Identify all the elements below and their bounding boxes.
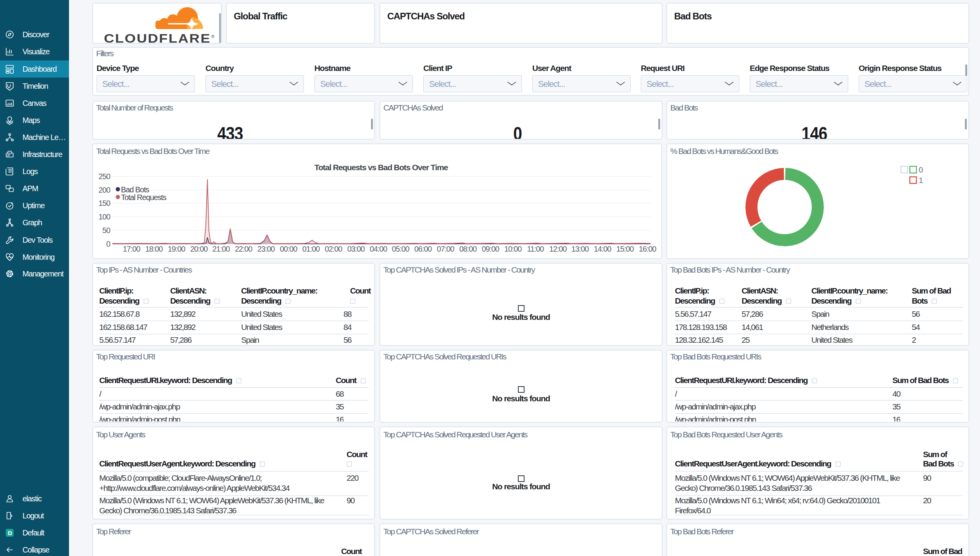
svg-text:Total Requests: Total Requests: [121, 193, 167, 202]
svg-text:150: 150: [98, 199, 110, 207]
svg-text:®: ®: [211, 34, 214, 39]
svg-text:Bad Bots: Bad Bots: [121, 185, 149, 194]
svg-text:100: 100: [98, 212, 110, 221]
svg-text:250: 250: [98, 172, 110, 181]
svg-text:D: D: [8, 530, 12, 536]
svg-text:Total Requests vs Bad Bots Ove: Total Requests vs Bad Bots Over Time: [314, 163, 448, 172]
svg-text:0: 0: [919, 166, 923, 174]
svg-text:50: 50: [102, 226, 110, 235]
svg-text:0: 0: [106, 240, 110, 248]
svg-text:1: 1: [919, 176, 923, 185]
svg-text:200: 200: [98, 186, 110, 194]
svg-text:CLOUDFLARE: CLOUDFLARE: [104, 32, 211, 44]
